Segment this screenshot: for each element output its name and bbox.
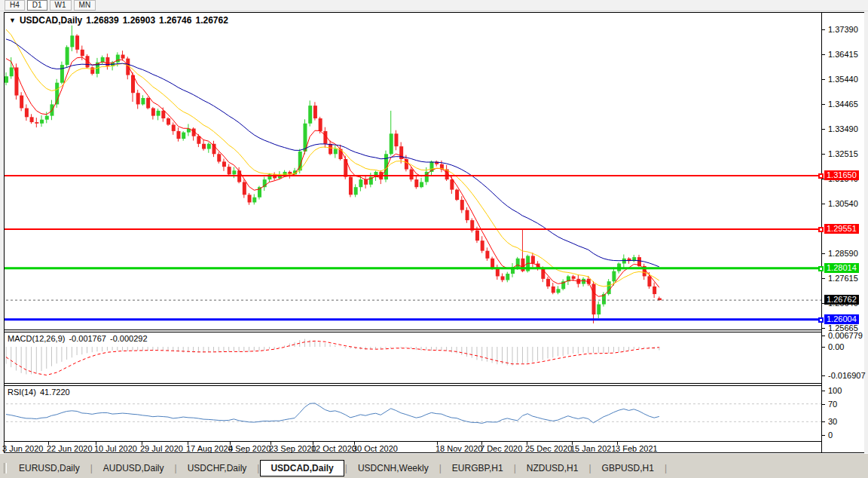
indicator-axis-label: 0.00 — [828, 342, 844, 351]
indicator-tick — [822, 404, 825, 405]
level-marker — [818, 317, 824, 323]
rsi-line — [6, 403, 659, 424]
price-tick — [822, 129, 825, 130]
symbol-label: USDCAD,Daily — [20, 15, 82, 26]
price-tick — [822, 253, 825, 254]
time-axis[interactable]: 3 Jun 202022 Jun 202010 Jul 202029 Jul 2… — [5, 441, 821, 452]
tab-separator: | — [175, 463, 177, 473]
macd-name: MACD(12,26,9) — [8, 334, 65, 343]
mt4-terminal: H4D1W1MN ▼USDCAD,Daily1.268391.269031.26… — [0, 0, 868, 478]
ohlc-high: 1.26903 — [123, 15, 155, 26]
level-marker — [818, 227, 824, 232]
price-tick — [822, 204, 825, 204]
timeframe-button-H4[interactable]: H4 — [5, 0, 25, 11]
chevron-down-icon[interactable]: ▼ — [9, 17, 16, 24]
chart-tab-audusd-daily[interactable]: AUDUSD,Daily — [93, 460, 174, 476]
time-label: 3 Jun 2020 — [2, 444, 43, 453]
indicator-tick — [822, 435, 825, 436]
indicator-axis-label: 0.006779 — [828, 331, 863, 340]
tab-separator: | — [514, 463, 516, 473]
chart-tabs: EURUSD,Daily|AUDUSD,Daily|USDCHF,Daily|U… — [3, 458, 668, 478]
slow-ma-line — [6, 39, 659, 267]
timeframe-toolbar: H4D1W1MN — [0, 0, 868, 11]
indicator-tick — [822, 391, 825, 391]
rsi-name: RSI(14) — [8, 388, 36, 397]
price-label: 1.28590 — [828, 249, 858, 258]
price-tick — [822, 79, 825, 80]
price-label: 1.33490 — [828, 124, 858, 133]
tab-separator: | — [439, 463, 442, 473]
time-label: 17 Aug 2020 — [186, 444, 233, 453]
time-label: 3 Feb 2021 — [616, 444, 658, 453]
chart-tab-usdcad-daily[interactable]: USDCAD,Daily — [260, 460, 344, 476]
price-label: 1.30540 — [828, 199, 858, 208]
price-label: 1.27615 — [828, 274, 858, 283]
time-label: 15 Jan 2021 — [570, 444, 616, 453]
ohlc-open: 1.26839 — [86, 15, 118, 26]
time-label: 18 Nov 2020 — [436, 444, 482, 453]
chart-tab-usdcnh-weekly[interactable]: USDCNH,Weekly — [348, 460, 439, 476]
tabbar-grip-icon[interactable] — [4, 463, 7, 473]
macd-main-value: -0.001767 — [69, 334, 106, 343]
price-axis[interactable]: 1.373901.364151.354401.344651.334901.325… — [821, 13, 864, 452]
price-label: 1.36415 — [828, 50, 858, 59]
price-label: 1.32515 — [828, 149, 858, 158]
indicator-tick — [822, 336, 825, 336]
macd-histogram — [6, 339, 659, 375]
chart-tab-gbpusd-h1[interactable]: GBPUSD,H1 — [592, 460, 664, 476]
level-marker — [818, 173, 824, 179]
candles-group — [5, 26, 662, 323]
rsi-value: 41.7220 — [40, 388, 70, 397]
rsi-panel-canvas[interactable] — [5, 386, 821, 441]
time-label: 22 Jun 2020 — [47, 444, 93, 453]
tab-separator: | — [257, 463, 259, 473]
price-tick — [822, 328, 825, 329]
ohlc-close: 1.26762 — [195, 15, 228, 26]
time-label: 10 Jul 2020 — [94, 444, 137, 453]
indicator-axis-label: 30 — [828, 417, 837, 426]
tab-separator: | — [665, 463, 667, 473]
price-tick — [822, 104, 825, 105]
time-label: 23 Sep 2020 — [269, 444, 316, 453]
time-label: 7 Dec 2020 — [480, 444, 522, 453]
price-badge-1.26004: 1.26004 — [824, 314, 859, 324]
rsi-label: RSI(14)41.7220 — [8, 388, 74, 397]
tab-separator: | — [345, 463, 347, 473]
macd-signal-value: -0.000292 — [110, 334, 148, 343]
price-tick — [822, 54, 825, 55]
timeframe-button-MN[interactable]: MN — [74, 0, 96, 11]
time-label: 12 Oct 2020 — [311, 444, 356, 453]
indicator-axis-label: -0.016907 — [828, 371, 866, 380]
price-label: 1.37390 — [828, 25, 858, 34]
time-label: 25 Dec 2020 — [525, 444, 572, 453]
indicator-axis-label: 0 — [828, 431, 833, 440]
chart-tab-nzdusd-h1[interactable]: NZDUSD,H1 — [517, 460, 588, 476]
indicator-tick — [822, 375, 825, 376]
level-marker — [818, 266, 824, 271]
time-label: 29 Jul 2020 — [140, 444, 183, 453]
tab-separator: | — [588, 463, 591, 473]
fast-ma-line — [6, 57, 659, 296]
chart-tab-bar: EURUSD,Daily|AUDUSD,Daily|USDCHF,Daily|U… — [0, 453, 868, 478]
indicator-axis-label: 100 — [828, 386, 842, 395]
price-label: 1.35440 — [828, 75, 858, 84]
time-label: 4 Sep 2020 — [228, 444, 270, 453]
indicator-tick — [822, 347, 825, 348]
timeframe-button-D1[interactable]: D1 — [27, 0, 47, 11]
chart-tab-eurusd-daily[interactable]: EURUSD,Daily — [9, 460, 90, 476]
macd-label: MACD(12,26,9)-0.001767-0.000292 — [8, 334, 151, 343]
price-badge-1.26762: 1.26762 — [824, 295, 859, 305]
price-tick — [822, 154, 825, 155]
chart-tab-eurgbp-h1[interactable]: EURGBP,H1 — [442, 460, 513, 476]
price-chart-canvas[interactable] — [5, 13, 821, 329]
time-label: 30 Oct 2020 — [353, 444, 398, 453]
chart-tab-usdchf-daily[interactable]: USDCHF,Daily — [178, 460, 257, 476]
price-tick — [822, 29, 825, 30]
ohlc-low: 1.26746 — [159, 15, 191, 26]
indicator-axis-label: 70 — [828, 400, 837, 409]
macd-signal-line — [6, 341, 659, 375]
chart-title: ▼USDCAD,Daily1.268391.269031.267461.2676… — [9, 15, 232, 26]
timeframe-button-W1[interactable]: W1 — [50, 0, 72, 11]
price-tick — [822, 278, 825, 279]
price-badge-1.28014: 1.28014 — [824, 263, 859, 273]
